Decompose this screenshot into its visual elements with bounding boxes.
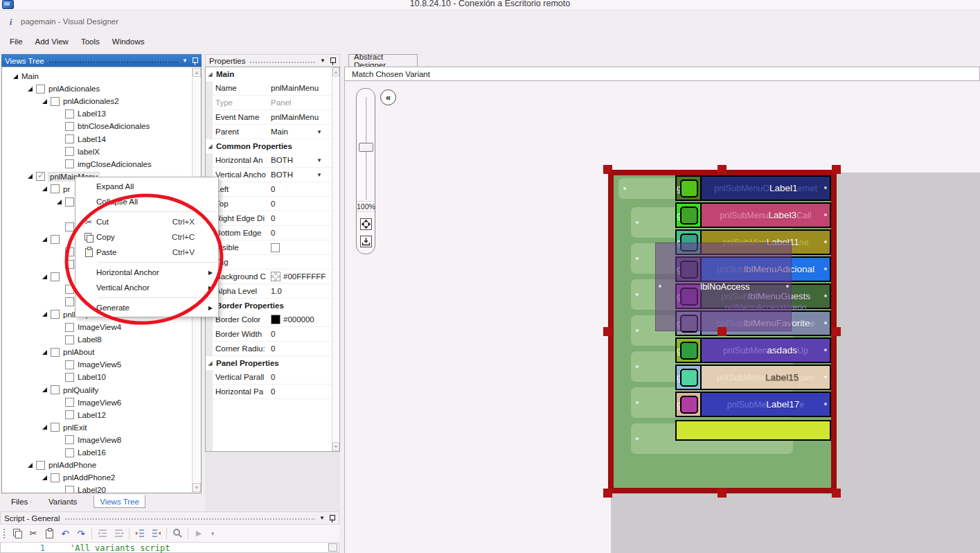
expand-triangle-icon[interactable] bbox=[42, 387, 47, 392]
tree-item-Label10[interactable]: Label10 bbox=[2, 371, 191, 383]
expand-triangle-icon[interactable] bbox=[42, 475, 47, 480]
property-row-alpha-level[interactable]: Alpha Level1.0 bbox=[213, 284, 332, 299]
tree-checkbox[interactable] bbox=[65, 486, 74, 493]
property-row-right-edge-di[interactable]: Right Edge Di0 bbox=[213, 211, 332, 226]
property-value[interactable]: 1.0 bbox=[271, 287, 332, 295]
property-value[interactable]: 0 bbox=[271, 330, 332, 338]
tree-checkbox[interactable] bbox=[65, 109, 74, 119]
expand-triangle-icon[interactable] bbox=[42, 312, 47, 317]
property-value[interactable] bbox=[271, 243, 332, 252]
tree-item-labelX[interactable]: labelX bbox=[2, 146, 191, 158]
properties-scrollbar[interactable]: ▲ ▼ bbox=[332, 67, 339, 451]
property-value[interactable]: #00FFFFFF bbox=[271, 272, 332, 281]
menu-file[interactable]: File bbox=[10, 37, 23, 46]
property-value[interactable]: Main bbox=[271, 128, 332, 136]
property-row-border-width[interactable]: Border Width0 bbox=[213, 327, 332, 342]
scroll-down-icon[interactable]: ▼ bbox=[332, 442, 339, 451]
tree-checkbox[interactable] bbox=[51, 385, 60, 394]
tree-checkbox[interactable] bbox=[51, 473, 60, 482]
expand-triangle-icon[interactable] bbox=[57, 200, 62, 204]
tree-checkbox[interactable] bbox=[51, 97, 60, 106]
tree-checkbox[interactable] bbox=[51, 423, 60, 432]
chevron-down-icon[interactable]: ▼ bbox=[317, 157, 322, 164]
tree-checkbox[interactable] bbox=[51, 310, 60, 319]
chevron-down-icon[interactable]: ▼ bbox=[319, 516, 325, 521]
tree-item-Label13[interactable]: Label13 bbox=[2, 107, 191, 120]
property-value[interactable]: 0 bbox=[271, 229, 332, 237]
property-value[interactable]: BOTH bbox=[271, 156, 332, 164]
property-value[interactable]: 0 bbox=[271, 387, 332, 396]
expand-triangle-icon[interactable] bbox=[42, 350, 47, 355]
tree-item-pnlQualify[interactable]: pnlQualify bbox=[2, 384, 191, 396]
scroll-up-icon[interactable]: ▲ bbox=[332, 67, 339, 76]
property-row-parent[interactable]: ParentMain▼ bbox=[213, 125, 332, 139]
property-value[interactable]: 0 bbox=[271, 200, 332, 208]
expand-triangle-icon[interactable] bbox=[28, 87, 33, 91]
expand-triangle-icon[interactable] bbox=[13, 74, 18, 79]
property-group-main[interactable]: Main bbox=[206, 67, 332, 81]
cut-icon[interactable]: ✂ bbox=[28, 528, 39, 539]
tree-checkbox[interactable] bbox=[65, 122, 74, 131]
tree-item-ImageView8[interactable]: ImageView8 bbox=[2, 434, 191, 446]
run-icon[interactable]: ▶ bbox=[193, 528, 204, 539]
selected-panel-pnlmainmenu[interactable] bbox=[608, 170, 837, 493]
tree-checkbox[interactable] bbox=[36, 461, 45, 470]
tree-item-btnCloseAdicionales[interactable]: btnCloseAdicionales bbox=[2, 120, 191, 132]
tree-item-ImageView4[interactable]: ImageView4 bbox=[2, 321, 191, 333]
property-row-bottom-edge[interactable]: Bottom Edge0 bbox=[213, 226, 332, 240]
tree-item-pnlAdicionales2[interactable]: pnlAdicionales2 bbox=[2, 95, 191, 107]
tree-checkbox[interactable] bbox=[65, 448, 74, 457]
tree-item-ImageView6[interactable]: ImageView6 bbox=[2, 396, 191, 409]
tree-checkbox[interactable] bbox=[65, 222, 74, 231]
tree-checkbox[interactable] bbox=[65, 147, 74, 156]
property-value[interactable]: 0 bbox=[271, 373, 332, 381]
expand-triangle-icon[interactable] bbox=[42, 425, 47, 430]
tree-checkbox[interactable] bbox=[65, 373, 74, 382]
tree-checkbox[interactable] bbox=[65, 285, 74, 294]
chevron-down-icon[interactable]: ▼ bbox=[317, 129, 322, 135]
code-scrollbar-button[interactable] bbox=[328, 543, 337, 552]
tree-checkbox[interactable] bbox=[65, 297, 74, 306]
tree-checkbox[interactable] bbox=[51, 235, 60, 244]
property-value[interactable]: pnlMainMenu bbox=[271, 84, 332, 92]
expand-triangle-icon[interactable] bbox=[42, 274, 47, 279]
property-row-event-name[interactable]: Event NamepnlMainMenu bbox=[213, 110, 332, 125]
context-menu-item-horizontal-anchor[interactable]: Horizontal Anchor▶ bbox=[75, 265, 218, 280]
tree-checkbox[interactable] bbox=[65, 247, 74, 256]
tab-views-tree[interactable]: Views Tree bbox=[93, 495, 145, 508]
tree-item-Label8[interactable]: Label8 bbox=[2, 333, 191, 346]
tree-checkbox[interactable] bbox=[65, 159, 74, 168]
redo-icon[interactable]: ↷ bbox=[75, 528, 87, 539]
context-menu-item-copy[interactable]: CopyCtrl+C bbox=[75, 229, 218, 245]
property-row-top[interactable]: Top0 bbox=[213, 197, 332, 211]
property-row-left[interactable]: Left0 bbox=[213, 182, 332, 197]
property-value[interactable]: pnlMainMenu bbox=[271, 113, 332, 121]
paste-icon[interactable] bbox=[44, 528, 55, 539]
color-swatch[interactable] bbox=[271, 272, 280, 281]
context-menu-item-paste[interactable]: PasteCtrl+V bbox=[75, 245, 218, 260]
color-swatch[interactable] bbox=[271, 315, 280, 324]
context-menu-item-expand-all[interactable]: Expand All bbox=[75, 179, 218, 194]
undo-icon[interactable]: ↶ bbox=[60, 528, 71, 539]
property-row-horizontal-an[interactable]: Horizontal AnBOTH▼ bbox=[213, 153, 332, 168]
tab-variants[interactable]: Variants bbox=[43, 495, 82, 508]
expand-triangle-icon[interactable] bbox=[42, 186, 47, 191]
tab-abstract-designer[interactable]: Abstract Designer bbox=[348, 54, 418, 67]
property-value[interactable]: Panel bbox=[271, 98, 332, 107]
scroll-down-icon[interactable]: ▼ bbox=[193, 483, 201, 492]
tree-checkbox[interactable] bbox=[65, 134, 74, 143]
scroll-up-icon[interactable]: ▲ bbox=[193, 68, 201, 77]
indent-lines-left-icon[interactable] bbox=[97, 528, 108, 539]
property-row-vertical-ancho[interactable]: Vertical AnchoBOTH▼ bbox=[213, 168, 332, 182]
expand-triangle-icon[interactable] bbox=[208, 72, 212, 76]
property-value[interactable]: 0 bbox=[271, 214, 332, 222]
pin-icon[interactable] bbox=[192, 57, 198, 65]
tree-item-imgCloseAdicionales[interactable]: imgCloseAdicionales bbox=[2, 158, 191, 170]
zoom-slider-handle[interactable] bbox=[359, 143, 373, 152]
tree-checkbox[interactable] bbox=[65, 410, 74, 419]
tree-item-pnlAddPhone2[interactable]: pnlAddPhone2 bbox=[2, 471, 191, 484]
expand-triangle-icon[interactable] bbox=[208, 361, 212, 365]
tree-checkbox[interactable] bbox=[65, 335, 74, 344]
property-row-vertical-parall[interactable]: Vertical Parall0 bbox=[213, 370, 332, 385]
match-chosen-variant-bar[interactable]: Match Chosen Variant bbox=[344, 67, 980, 81]
